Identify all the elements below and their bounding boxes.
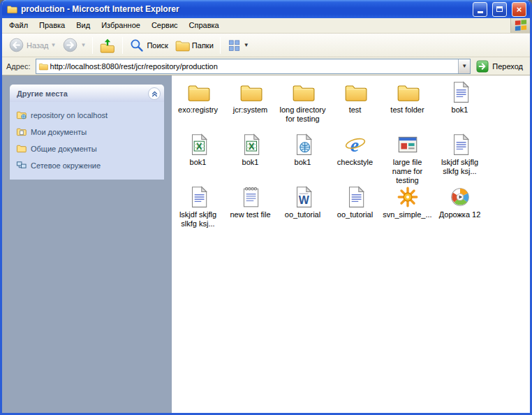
back-label: Назад	[27, 41, 49, 50]
close-button[interactable]: ×	[512, 2, 526, 17]
forward-icon	[62, 37, 78, 53]
sidebar-item-shared-documents[interactable]: Общие документы	[16, 143, 158, 154]
title-bar[interactable]: production - Microsoft Internet Explorer…	[2, 0, 530, 18]
window-folder-icon	[6, 3, 17, 15]
file-label: new test file	[230, 210, 270, 219]
file-item[interactable]: bok1	[276, 133, 329, 185]
sidebar-item-label: Сетевое окружение	[31, 161, 101, 170]
address-bar: Адрес: ▼ Переход	[2, 57, 530, 75]
menu-file[interactable]: Файл	[3, 18, 34, 33]
file-label: bok1	[242, 158, 259, 167]
file-label: oo_tutorial	[337, 210, 373, 219]
text-document-icon	[448, 133, 472, 156]
sidebar-item-label: repository on localhost	[31, 111, 108, 119]
folder-icon	[239, 80, 263, 104]
file-item[interactable]: new test file	[224, 185, 276, 238]
address-box: ▼	[36, 59, 471, 74]
standard-toolbar: Назад ▼ ▼ Поиск Папки ▼	[2, 34, 530, 57]
browser-window: production - Microsoft Internet Explorer…	[0, 0, 532, 415]
file-label: long directory for testing	[278, 105, 328, 124]
minimize-icon	[478, 11, 483, 13]
back-dropdown-icon: ▼	[51, 42, 57, 48]
back-icon	[8, 37, 24, 53]
file-item[interactable]: bok1	[224, 133, 276, 185]
file-item[interactable]: test	[329, 80, 381, 133]
file-item[interactable]: test folder	[381, 80, 434, 133]
sidebar-item-network[interactable]: Сетевое окружение	[16, 160, 158, 170]
go-arrow-icon	[475, 59, 489, 73]
search-label: Поиск	[147, 41, 168, 50]
menu-bar: Файл Правка Вид Избранное Сервис Справка	[2, 18, 530, 34]
forward-button[interactable]: ▼	[59, 36, 89, 54]
menu-help[interactable]: Справка	[184, 18, 225, 33]
file-label: oo_tutorial	[285, 210, 320, 219]
folders-button[interactable]: Папки	[172, 36, 216, 54]
file-item[interactable]: oo_tutorial	[329, 185, 381, 238]
file-item[interactable]: checkstyle	[329, 133, 381, 185]
internet-explorer-icon	[343, 133, 367, 156]
window-title: production - Microsoft Internet Explorer	[21, 4, 468, 14]
other-places-header[interactable]: Другие места	[10, 85, 164, 102]
file-item[interactable]: bok1	[434, 80, 486, 133]
icon-grid: exo:registry jcr:system long directory f…	[172, 80, 530, 238]
views-dropdown-icon: ▼	[244, 42, 249, 48]
up-button[interactable]	[96, 36, 119, 55]
notepad-icon	[239, 185, 263, 209]
my-documents-icon	[16, 126, 27, 137]
folder-icon	[186, 80, 210, 104]
address-input[interactable]	[50, 60, 457, 73]
file-item[interactable]: oo_tutorial	[276, 185, 329, 238]
views-icon	[227, 38, 242, 52]
file-item[interactable]: bok1	[172, 133, 224, 185]
file-item[interactable]: Дорожка 12	[434, 185, 486, 238]
chevron-up-icon	[149, 88, 160, 99]
address-folder-icon	[38, 61, 48, 71]
menu-favorites[interactable]: Избранное	[96, 18, 146, 33]
maximize-button[interactable]	[492, 2, 507, 17]
text-document-icon	[343, 185, 367, 209]
folder-icon	[291, 80, 315, 104]
minimize-button[interactable]	[473, 2, 487, 17]
sidebar-item-label: Общие документы	[31, 145, 97, 153]
file-label: svn_simple_...	[383, 210, 431, 219]
file-label: test folder	[390, 105, 424, 115]
windows-logo	[510, 18, 530, 33]
file-list-area: exo:registry jcr:system long directory f…	[172, 75, 530, 413]
gear-icon	[396, 185, 420, 209]
collapse-panel-button[interactable]	[148, 87, 161, 100]
file-label: bok1	[295, 158, 311, 167]
address-label: Адрес:	[5, 62, 32, 71]
shared-documents-icon	[16, 143, 27, 154]
file-label: bok1	[190, 158, 207, 167]
search-button[interactable]: Поиск	[126, 36, 170, 54]
windows-flag-icon	[515, 20, 527, 32]
address-dropdown-button[interactable]: ▼	[458, 59, 470, 73]
file-label: test	[349, 105, 362, 115]
site-folder-icon	[16, 110, 27, 120]
forward-dropdown-icon: ▼	[80, 42, 86, 48]
file-item[interactable]: exo:registry	[172, 80, 224, 133]
menu-view[interactable]: Вид	[71, 18, 96, 33]
menu-edit[interactable]: Правка	[34, 18, 71, 33]
other-places-list: repository on localhost Мои документы Об…	[10, 102, 164, 180]
sidebar-item-repository[interactable]: repository on localhost	[16, 110, 158, 120]
toolbar-separator	[122, 37, 123, 54]
sidebar-item-my-documents[interactable]: Мои документы	[16, 126, 158, 137]
go-button[interactable]: Переход	[474, 59, 527, 74]
file-item[interactable]: jcr:system	[224, 80, 276, 133]
back-button[interactable]: Назад ▼	[6, 36, 59, 54]
other-places-panel: Другие места repository on localhost Мои…	[10, 85, 164, 180]
file-item[interactable]: lskjdf skjflg slkfg ksj...	[172, 185, 224, 238]
file-item[interactable]: long directory for testing	[276, 80, 329, 133]
file-label: large file name for testing	[383, 158, 433, 185]
html-document-icon	[291, 133, 315, 156]
text-document-icon	[448, 80, 472, 104]
views-button[interactable]: ▼	[224, 36, 252, 54]
file-item[interactable]: lskjdf skjflg slkfg ksj...	[434, 133, 486, 185]
media-icon	[448, 185, 472, 209]
excel-document-icon	[186, 133, 210, 156]
folder-icon	[343, 80, 367, 104]
file-item[interactable]: svn_simple_...	[381, 185, 434, 238]
file-item[interactable]: large file name for testing	[381, 133, 434, 185]
menu-tools[interactable]: Сервис	[146, 18, 184, 33]
